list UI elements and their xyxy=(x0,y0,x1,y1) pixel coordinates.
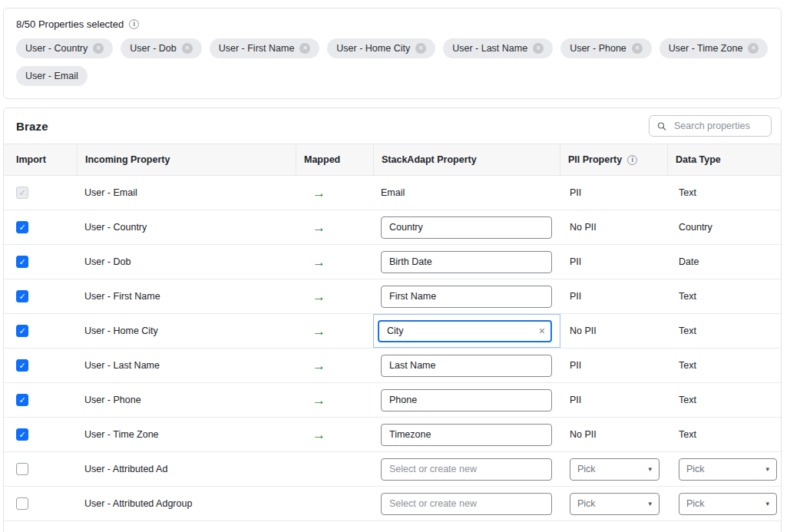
table-row: ✓User - Phone→PIIText xyxy=(4,383,781,418)
clear-icon[interactable]: × xyxy=(539,325,545,336)
pii-value: PII xyxy=(570,360,581,371)
import-checkbox[interactable]: ✓ xyxy=(16,359,28,372)
data-type-value: Text xyxy=(679,395,696,405)
import-checkbox[interactable]: ✓ xyxy=(16,256,28,268)
data-type-select[interactable]: Pick▾ xyxy=(679,493,777,515)
info-icon[interactable]: i xyxy=(129,19,139,29)
mapped-arrow-icon: → xyxy=(312,256,326,269)
stackadapt-property-input[interactable] xyxy=(381,424,552,446)
data-type-select[interactable]: Pick▾ xyxy=(679,458,777,481)
pagination: 1–10 of 52 xyxy=(4,521,781,532)
property-chip: User - Dob× xyxy=(121,38,201,58)
chip-remove-icon[interactable]: × xyxy=(748,43,759,54)
search-icon xyxy=(657,121,666,131)
mapped-arrow-icon: → xyxy=(312,187,326,200)
focused-cell: × xyxy=(373,314,560,348)
import-checkbox: ✓ xyxy=(16,187,28,199)
stackadapt-property-input[interactable] xyxy=(381,216,552,239)
table-header: Import Incoming Property Mapped StackAda… xyxy=(4,144,781,176)
selected-properties-panel: 8/50 Properties selected i User - Countr… xyxy=(3,8,782,99)
import-checkbox[interactable]: ✓ xyxy=(16,290,28,302)
incoming-property: User - Phone xyxy=(77,383,296,417)
mapped-arrow-icon: → xyxy=(312,325,326,338)
stackadapt-property-input[interactable] xyxy=(381,251,552,273)
import-checkbox[interactable]: ✓ xyxy=(16,428,28,441)
mapped-arrow-icon: → xyxy=(312,394,326,407)
table-row: ✓User - First Name→PIIText xyxy=(4,279,781,314)
page: 8/50 Properties selected i User - Countr… xyxy=(0,0,800,532)
property-chip: User - Country× xyxy=(16,38,113,58)
mapped-arrow-icon: → xyxy=(312,290,326,303)
data-type-value: Text xyxy=(679,360,696,371)
pii-value: No PII xyxy=(570,325,597,336)
table-row: User - Attributed AdgroupPick▾Pick▾ xyxy=(4,487,781,521)
column-header-pii-property: PII Property i xyxy=(560,144,667,175)
import-checkbox[interactable]: ✓ xyxy=(16,394,28,406)
table-body: ✓User - Email→EmailPIIText✓User - Countr… xyxy=(4,176,781,521)
incoming-property: User - Email xyxy=(77,176,296,210)
pii-value: PII xyxy=(570,395,581,405)
import-checkbox[interactable] xyxy=(16,497,28,510)
mapped-arrow-icon: → xyxy=(312,428,326,441)
data-type-value: Country xyxy=(679,222,712,233)
mapped-arrow-icon: → xyxy=(312,221,326,234)
table-row: ✓User - Home City→×No PIIText xyxy=(4,314,781,349)
info-icon[interactable]: i xyxy=(627,155,637,165)
column-header-import: Import xyxy=(4,144,77,175)
pii-select[interactable]: Pick▾ xyxy=(570,458,660,481)
table-row: ✓User - Email→EmailPIIText xyxy=(4,176,781,210)
incoming-property: User - Home City xyxy=(77,314,296,348)
pii-value: PII xyxy=(570,256,581,267)
chevron-down-icon: ▾ xyxy=(765,500,769,507)
chip-remove-icon[interactable]: × xyxy=(632,43,643,54)
pii-value: PII xyxy=(570,187,581,198)
stackadapt-property-input[interactable] xyxy=(381,389,552,411)
table-row: ✓User - Dob→PIIDate xyxy=(4,245,781,279)
pii-select[interactable]: Pick▾ xyxy=(570,493,660,515)
import-checkbox[interactable]: ✓ xyxy=(16,221,28,233)
data-type-value: Text xyxy=(679,291,696,302)
property-chip: User - Last Name× xyxy=(443,38,553,58)
incoming-property: User - Country xyxy=(77,210,296,244)
property-chip: User - Phone× xyxy=(560,38,652,58)
incoming-property: User - Attributed Adgroup xyxy=(77,487,296,520)
column-header-data-type: Data Type xyxy=(667,144,781,175)
data-type-value: Date xyxy=(679,256,699,267)
pii-value: No PII xyxy=(570,429,597,440)
stackadapt-property-input[interactable] xyxy=(381,493,552,515)
property-mapping-card: Braze Import Incoming Property Mapped St… xyxy=(3,107,782,532)
property-chip: User - Email xyxy=(16,66,88,86)
pii-value: No PII xyxy=(570,222,597,233)
table-row: User - Attributed AdPick▾Pick▾ xyxy=(4,452,781,487)
incoming-property: User - Last Name xyxy=(77,349,296,382)
column-header-stackadapt-property: StackAdapt Property xyxy=(373,144,560,175)
import-checkbox[interactable] xyxy=(16,463,28,475)
search-box[interactable] xyxy=(649,115,772,137)
data-type-value: Text xyxy=(679,325,696,336)
selected-property-chips: User - Country×User - Dob×User - First N… xyxy=(16,38,769,86)
chip-remove-icon[interactable]: × xyxy=(533,43,544,54)
data-type-value: Text xyxy=(679,187,696,198)
search-input[interactable] xyxy=(673,120,763,132)
table-row: ✓User - Country→No PIICountry xyxy=(4,210,781,245)
chip-remove-icon[interactable]: × xyxy=(182,43,193,54)
incoming-property: User - First Name xyxy=(77,279,296,313)
source-title: Braze xyxy=(16,120,48,133)
property-chip: User - Time Zone× xyxy=(660,38,769,58)
stackadapt-property-input[interactable] xyxy=(381,355,552,377)
mapped-arrow-icon: → xyxy=(312,359,326,372)
data-type-value: Text xyxy=(679,429,696,440)
property-chip: User - First Name× xyxy=(210,38,320,58)
stackadapt-property-input-focused[interactable] xyxy=(378,320,552,342)
incoming-property: User - Attributed Ad xyxy=(77,452,296,486)
import-checkbox[interactable]: ✓ xyxy=(16,325,28,337)
property-chip: User - Home City× xyxy=(327,38,435,58)
chevron-down-icon: ▾ xyxy=(648,465,652,473)
chip-remove-icon[interactable]: × xyxy=(299,43,310,54)
chip-remove-icon[interactable]: × xyxy=(93,43,104,54)
table-row: ✓User - Last Name→PIIText xyxy=(4,349,781,383)
stackadapt-property-input[interactable] xyxy=(381,286,552,308)
chip-remove-icon[interactable]: × xyxy=(415,43,426,54)
stackadapt-property-input[interactable] xyxy=(381,458,552,481)
chevron-down-icon: ▾ xyxy=(765,465,769,473)
